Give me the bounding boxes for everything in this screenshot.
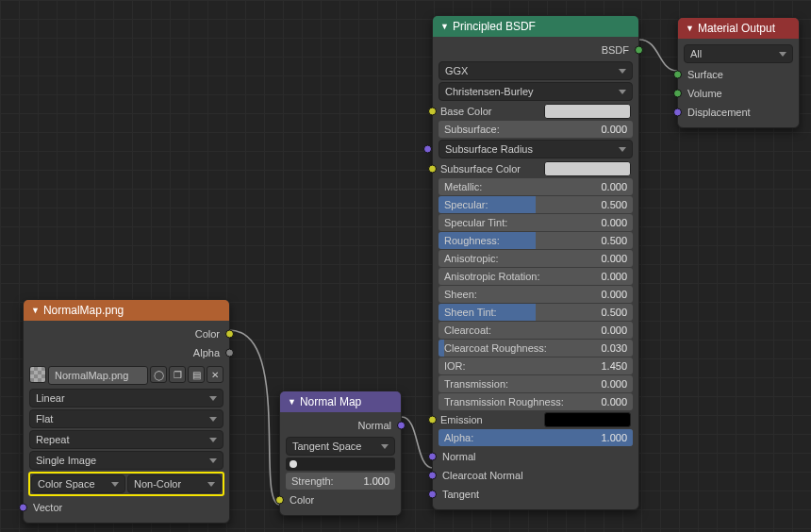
prop-label: Emission xyxy=(440,414,483,425)
input-color-label: Color xyxy=(290,494,314,506)
output-bsdf-label: BSDF xyxy=(602,44,629,56)
prop-value: 0.000 xyxy=(601,324,627,336)
value-slider[interactable]: Anisotropic Rotation:0.000 xyxy=(439,268,633,285)
input-socket[interactable] xyxy=(428,490,437,499)
prop-value: 0.000 xyxy=(601,289,627,300)
prop-dropdown[interactable]: Subsurface Radius xyxy=(439,140,633,158)
prop-label: Anisotropic: xyxy=(444,253,498,264)
extension-dropdown[interactable]: Repeat xyxy=(29,430,223,449)
projection-dropdown[interactable]: Flat xyxy=(29,409,223,428)
node-title: Material Output xyxy=(698,22,775,35)
prop-value: 0.000 xyxy=(601,396,627,407)
input-socket[interactable] xyxy=(673,90,682,98)
input-socket[interactable] xyxy=(428,416,437,424)
normal-map-header[interactable]: ▼ Normal Map xyxy=(280,391,401,412)
output-alpha-socket[interactable] xyxy=(225,349,234,357)
output-color-label: Color xyxy=(195,328,220,340)
output-color-socket[interactable] xyxy=(225,330,234,339)
prop-label: Normal xyxy=(442,451,475,462)
prop-value: 0.500 xyxy=(601,199,627,210)
collapse-icon[interactable]: ▼ xyxy=(31,306,40,315)
value-slider[interactable]: Sheen Tint:0.500 xyxy=(439,304,633,321)
value-slider[interactable]: Clearcoat Roughness:0.030 xyxy=(439,340,633,357)
space-dropdown[interactable]: Tangent Space xyxy=(286,437,395,456)
prop-label: Roughness: xyxy=(444,235,500,246)
prop-label: Anisotropic Rotation: xyxy=(444,271,540,282)
value-slider[interactable]: Alpha:1.000 xyxy=(439,429,633,446)
strength-slider[interactable]: Strength: 1.000 xyxy=(286,473,395,490)
target-dropdown[interactable]: All xyxy=(684,44,793,63)
input-socket[interactable] xyxy=(428,165,437,174)
fake-user-button[interactable]: ◯ xyxy=(150,366,167,383)
prop-label: Clearcoat: xyxy=(444,324,491,336)
prop-label: Subsurface Color xyxy=(440,163,521,175)
image-texture-node[interactable]: ▼ NormalMap.png Color Alpha NormalMap.pn… xyxy=(23,299,230,524)
color-swatch[interactable] xyxy=(544,161,631,176)
value-slider[interactable]: Transmission:0.000 xyxy=(439,375,633,392)
output-alpha-label: Alpha xyxy=(193,347,220,358)
value-slider[interactable]: IOR:1.450 xyxy=(439,357,633,374)
prop-value: 0.000 xyxy=(601,181,627,192)
value-slider[interactable]: Transmission Roughness:0.000 xyxy=(439,393,633,410)
value-slider[interactable]: Metallic:0.000 xyxy=(439,178,633,195)
value-slider[interactable]: Subsurface:0.000 xyxy=(439,121,633,138)
duplicate-button[interactable]: ❐ xyxy=(169,366,186,383)
prop-label: Metallic: xyxy=(444,181,482,192)
prop-label: Clearcoat Normal xyxy=(442,470,523,481)
input-socket[interactable] xyxy=(673,108,682,117)
value-slider[interactable]: Specular:0.500 xyxy=(439,196,633,213)
input-socket[interactable] xyxy=(673,71,682,79)
prop-value: 0.000 xyxy=(601,378,627,390)
prop-label: Base Color xyxy=(440,106,491,117)
principled-bsdf-header[interactable]: ▼ Principled BSDF xyxy=(433,16,638,37)
interpolation-dropdown[interactable]: Linear xyxy=(29,389,223,407)
input-socket[interactable] xyxy=(428,472,437,480)
value-slider[interactable]: Clearcoat:0.000 xyxy=(439,322,633,339)
prop-label: Tangent xyxy=(442,489,479,500)
prop-value: 0.030 xyxy=(601,342,627,354)
input-socket[interactable] xyxy=(428,108,437,116)
normal-map-node[interactable]: ▼ Normal Map Normal Tangent Space Streng… xyxy=(279,391,402,516)
value-slider[interactable]: Sheen:0.000 xyxy=(439,286,633,303)
color-swatch[interactable] xyxy=(544,104,631,119)
collapse-icon[interactable]: ▼ xyxy=(440,22,449,31)
input-socket[interactable] xyxy=(428,453,437,461)
output-bsdf-socket[interactable] xyxy=(635,46,643,55)
collapse-icon[interactable]: ▼ xyxy=(288,397,296,407)
image-datablock-icon[interactable] xyxy=(29,366,46,383)
colorspace-dropdown[interactable]: Non-Color xyxy=(127,474,222,493)
distribution-dropdown[interactable]: GGX xyxy=(439,61,633,80)
color-swatch[interactable] xyxy=(544,412,631,427)
value-slider[interactable]: Specular Tint:0.000 xyxy=(439,214,633,231)
node-title: Principled BSDF xyxy=(453,20,536,33)
prop-label: Transmission Roughness: xyxy=(444,396,564,407)
prop-label: Subsurface: xyxy=(444,124,500,135)
unlink-button[interactable]: ✕ xyxy=(207,366,223,383)
prop-label: Sheen Tint: xyxy=(444,307,497,318)
value-slider[interactable]: Roughness:0.500 xyxy=(439,232,633,249)
node-title: NormalMap.png xyxy=(43,304,124,317)
prop-value: 0.000 xyxy=(601,124,627,135)
input-socket[interactable] xyxy=(423,145,432,154)
image-texture-header[interactable]: ▼ NormalMap.png xyxy=(24,300,229,321)
material-output-header[interactable]: ▼ Material Output xyxy=(678,18,799,39)
prop-value: 0.000 xyxy=(601,217,627,228)
output-normal-socket[interactable] xyxy=(397,422,406,430)
prop-label: IOR: xyxy=(444,360,466,372)
material-output-node[interactable]: ▼ Material Output All SurfaceVolumeDispl… xyxy=(677,17,800,128)
input-color-socket[interactable] xyxy=(275,496,284,505)
input-label: Surface xyxy=(687,69,723,80)
collapse-icon[interactable]: ▼ xyxy=(686,24,694,33)
input-vector-label: Vector xyxy=(33,502,62,513)
uvmap-field[interactable] xyxy=(286,457,395,471)
input-vector-socket[interactable] xyxy=(19,504,27,512)
principled-bsdf-node[interactable]: ▼ Principled BSDF BSDF GGX Christensen-B… xyxy=(432,15,639,510)
open-button[interactable]: ▤ xyxy=(188,366,205,383)
checker-icon xyxy=(30,367,45,382)
image-name-field[interactable]: NormalMap.png xyxy=(48,366,148,385)
colorspace-highlight: Color Space Non-Color xyxy=(28,472,224,496)
source-dropdown[interactable]: Single Image xyxy=(29,451,223,470)
subsurface-method-dropdown[interactable]: Christensen-Burley xyxy=(439,82,633,101)
colorspace-label: Color Space xyxy=(31,474,125,493)
value-slider[interactable]: Anisotropic:0.000 xyxy=(439,250,633,267)
